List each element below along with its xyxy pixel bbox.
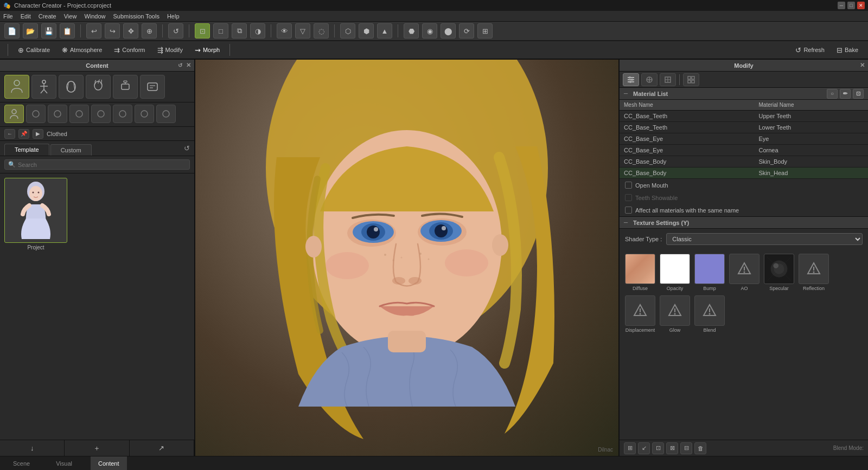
icon-sm-circle4[interactable]	[91, 105, 111, 123]
rb-btn-3[interactable]: ⊡	[652, 442, 664, 454]
icon-avatar-button[interactable]	[4, 75, 29, 99]
texture-settings-header[interactable]: ─ Texture Settings (Y)	[620, 217, 868, 229]
new-button[interactable]: 📄	[4, 23, 20, 38]
left-panel-refresh-button[interactable]: ↺	[178, 62, 182, 68]
view-wire-button[interactable]: ⧉	[232, 23, 247, 38]
icon-sm-avatar[interactable]	[4, 105, 24, 123]
save-as-button[interactable]: 📋	[60, 23, 75, 38]
open-button[interactable]: 📂	[23, 23, 38, 38]
search-input[interactable]	[18, 162, 186, 168]
icon-accessory-button[interactable]	[113, 75, 138, 99]
material-list-header[interactable]: ─ Material List ○ ✏ ⊡	[620, 88, 868, 100]
body-button[interactable]: ⬡	[340, 23, 355, 38]
table-row[interactable]: CC_Base_Eye Cornea	[620, 145, 868, 156]
camera-button[interactable]: ▽	[295, 23, 310, 38]
icon-pose-button[interactable]	[31, 75, 56, 99]
icon-sm-circle1[interactable]	[26, 105, 46, 123]
close-button[interactable]: ✕	[857, 2, 865, 9]
opacity-thumb[interactable]	[660, 254, 690, 284]
move-button[interactable]: ⊕	[142, 23, 157, 38]
anim-button[interactable]: ◉	[422, 23, 437, 38]
breadcrumb-back-button[interactable]: ←	[4, 129, 15, 139]
rb-btn-4[interactable]: ⊠	[666, 442, 678, 454]
rb-btn-delete[interactable]: 🗑	[694, 442, 706, 454]
rb-btn-1[interactable]: ⊞	[624, 442, 636, 454]
reflection-thumb[interactable]	[799, 254, 829, 284]
blend-thumb[interactable]	[694, 295, 725, 326]
rtab-grid[interactable]	[683, 73, 699, 86]
tab-template[interactable]: Template	[4, 144, 49, 156]
rb-btn-5[interactable]: ⊟	[680, 442, 692, 454]
export-button[interactable]: ⬤	[441, 23, 456, 38]
bump-thumb[interactable]	[694, 254, 725, 284]
shader-type-select[interactable]: Classic PBR SSS	[666, 233, 863, 245]
table-row[interactable]: CC_Base_Teeth Upper Teeth	[620, 111, 868, 122]
table-row[interactable]: CC_Base_Body Skin_Body	[620, 156, 868, 168]
rb-btn-2[interactable]: ↙	[638, 442, 650, 454]
displacement-thumb[interactable]	[625, 295, 655, 326]
material-tool-2[interactable]: ✏	[840, 89, 851, 99]
list-item[interactable]: Project	[4, 178, 67, 250]
icon-sm-circle3[interactable]	[69, 105, 89, 123]
menu-create[interactable]: Create	[39, 13, 56, 20]
tab-custom[interactable]: Custom	[50, 144, 92, 156]
view-front-button[interactable]: ⊡	[195, 23, 210, 38]
breadcrumb-forward-button[interactable]: ▶	[33, 129, 43, 139]
icon-sm-circle2[interactable]	[48, 105, 67, 123]
cloth-button[interactable]: ▲	[377, 23, 392, 38]
status-tab-scene[interactable]: Scene	[5, 456, 37, 470]
save-button[interactable]: 💾	[41, 23, 56, 38]
icon-hair-button[interactable]	[86, 75, 111, 99]
pose-button[interactable]: ⬣	[404, 23, 419, 38]
status-tab-content[interactable]: Content	[91, 456, 127, 470]
icon-sm-circle7[interactable]	[156, 105, 176, 123]
calibrate-button[interactable]: ⊕ Calibrate	[14, 44, 54, 56]
table-row[interactable]: CC_Base_Teeth Lower Teeth	[620, 122, 868, 133]
material-tool-3[interactable]: ⊡	[853, 89, 864, 99]
minimize-button[interactable]: ─	[838, 2, 845, 9]
right-panel-close-button[interactable]: ✕	[860, 62, 865, 69]
ao-thumb[interactable]	[729, 254, 760, 284]
left-bottom-export-button[interactable]: ↗	[130, 440, 194, 456]
refresh-button[interactable]: ↺ Refresh	[791, 44, 829, 56]
content-thumb-project[interactable]	[4, 178, 67, 243]
atmosphere-button[interactable]: ❋ Atmosphere	[58, 44, 106, 56]
diffuse-thumb[interactable]	[625, 254, 655, 284]
menu-view[interactable]: View	[64, 13, 77, 20]
material-tool-1[interactable]: ○	[827, 89, 838, 99]
left-panel-close-button[interactable]: ✕	[186, 62, 191, 69]
icon-sm-circle6[interactable]	[135, 105, 154, 123]
conform-button[interactable]: ⇉ Conform	[110, 44, 149, 56]
affect-all-checkbox[interactable]	[625, 207, 632, 214]
icon-morph-button[interactable]	[140, 75, 165, 99]
dress-button[interactable]: ⊞	[477, 23, 493, 38]
left-bottom-down-button[interactable]: ↓	[0, 440, 65, 456]
redo-button[interactable]: ↪	[105, 23, 120, 38]
status-tab-visual[interactable]: Visual	[48, 456, 80, 470]
table-row[interactable]: CC_Base_Body Skin_Head	[620, 168, 868, 179]
maximize-button[interactable]: □	[847, 2, 855, 9]
bake-button[interactable]: ⊟ Bake	[832, 44, 863, 56]
menu-help[interactable]: Help	[167, 13, 180, 20]
rtab-mesh[interactable]	[660, 73, 676, 86]
glow-thumb[interactable]	[660, 295, 690, 326]
viewport[interactable]: Dilnac	[195, 60, 618, 456]
morph-button[interactable]: ⇝ Morph	[190, 44, 224, 56]
eye-button[interactable]: 👁	[277, 23, 292, 38]
view-box-button[interactable]: □	[213, 23, 228, 38]
menu-edit[interactable]: Edit	[21, 13, 31, 20]
light-button[interactable]: ◌	[314, 23, 329, 38]
undo-button[interactable]: ↩	[86, 23, 101, 38]
left-bottom-add-button[interactable]: ＋	[65, 440, 129, 456]
tab-refresh-button[interactable]: ↺	[184, 144, 190, 152]
open-mouth-checkbox[interactable]	[625, 182, 632, 189]
icon-cloth-button[interactable]	[59, 75, 84, 99]
menu-window[interactable]: Window	[84, 13, 105, 20]
breadcrumb-pin-button[interactable]: 📌	[18, 129, 29, 139]
select-button[interactable]: ✥	[123, 23, 138, 38]
rtab-sliders[interactable]	[623, 73, 639, 86]
view-shade-button[interactable]: ◑	[250, 23, 265, 38]
specular-thumb[interactable]	[764, 254, 794, 284]
figure-button[interactable]: ⬢	[359, 23, 374, 38]
menu-file[interactable]: File	[3, 13, 13, 20]
